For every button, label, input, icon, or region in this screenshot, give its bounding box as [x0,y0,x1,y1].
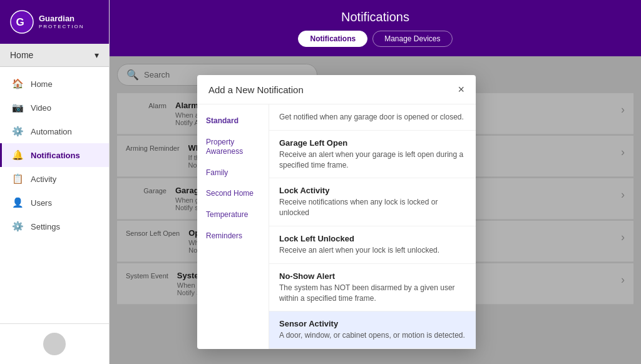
main-area: Notifications Notifications Manage Devic… [110,0,641,364]
page-title: Notifications [125,10,626,24]
avatar[interactable] [43,333,66,355]
modal-title: Add a New Notification [208,84,304,95]
svg-text:G: G [16,16,24,28]
automation-icon: ⚙️ [12,126,23,137]
modal-items-list: Get notified when any garage door is ope… [269,104,476,349]
modal-nav-property-awareness[interactable]: Property Awareness [197,132,269,163]
modal-nav-family[interactable]: Family [197,163,269,184]
activity-icon: 📋 [12,173,23,185]
sidebar-item-notifications[interactable]: 🔔 Notifications [0,143,109,167]
notifications-icon: 🔔 [12,149,23,161]
modal-item-title: Lock Left Unlocked [279,234,466,243]
modal-item-desc: Receive notifications when any lock is l… [279,197,466,218]
modal-nav-reminders[interactable]: Reminders [197,226,269,247]
modal-nav-temperature[interactable]: Temperature [197,205,269,226]
close-button[interactable]: × [458,84,464,95]
modal-body: Standard Property Awareness Family Secon… [197,104,476,349]
chevron-down-icon: ▾ [95,50,99,60]
main-content: 🔍 Alarm Alarm Events When audible or sil… [110,56,641,364]
users-icon: 👤 [12,197,23,208]
main-header: Notifications Notifications Manage Devic… [110,0,641,56]
sidebar-item-label: Video [31,103,51,113]
modal-item-desc: Receive an alert when your garage is lef… [279,149,466,171]
home-dropdown[interactable]: Home ▾ [0,44,109,67]
modal-item-title: Lock Activity [279,186,466,195]
sidebar-item-home[interactable]: 🏠 Home [0,72,109,96]
sidebar-item-activity[interactable]: 📋 Activity [0,167,109,191]
sidebar-item-users[interactable]: 👤 Users [0,191,109,215]
sidebar-item-label: Users [31,198,52,208]
sidebar-item-settings[interactable]: ⚙️ Settings [0,215,109,238]
modal-item-lock-left-unlocked[interactable]: Lock Left Unlocked Receive an alert when… [269,226,476,264]
add-notification-modal: Add a New Notification × Standard Proper… [197,75,476,349]
sidebar-item-label: Activity [31,174,56,184]
modal-header: Add a New Notification × [197,75,476,104]
modal-item-desc: A door, window, or cabinet opens, or mot… [279,330,466,341]
logo-sub: PROTECTION [39,24,84,30]
modal-item-title: Garage Left Open [279,138,466,148]
modal-intro-text: Get notified when any garage door is ope… [269,104,476,131]
modal-nav-second-home[interactable]: Second Home [197,183,269,205]
home-icon: 🏠 [12,78,23,89]
modal-item-garage-left-open[interactable]: Garage Left Open Receive an alert when y… [269,131,476,179]
modal-nav: Standard Property Awareness Family Secon… [197,104,269,349]
modal-item-desc: Receive an alert when your lock is left … [279,245,466,256]
modal-item-lock-activity[interactable]: Lock Activity Receive notifications when… [269,178,476,226]
modal-item-no-show-alert[interactable]: No-Show Alert The system has NOT been di… [269,264,476,312]
sidebar-item-label: Settings [31,222,60,231]
sidebar-item-automation[interactable]: ⚙️ Automation [0,119,109,143]
modal-item-title: Sensor Activity [279,319,466,328]
sidebar-logo: G Guardian PROTECTION [0,0,109,44]
logo-name: Guardian [39,14,84,24]
video-icon: 📷 [12,102,23,113]
sidebar-item-video[interactable]: 📷 Video [0,96,109,119]
header-tabs: Notifications Manage Devices [125,31,626,47]
tab-manage-devices[interactable]: Manage Devices [372,31,452,47]
modal-item-title: No-Show Alert [279,271,466,281]
tab-notifications[interactable]: Notifications [298,31,367,47]
guardian-logo-icon: G [10,10,34,34]
sidebar-item-label: Home [31,79,53,89]
settings-icon: ⚙️ [12,221,23,232]
modal-item-sensor-activity[interactable]: Sensor Activity A door, window, or cabin… [269,311,476,349]
sidebar-item-label: Automation [31,127,72,136]
sidebar-item-label: Notifications [31,151,80,160]
sidebar-nav: 🏠 Home 📷 Video ⚙️ Automation 🔔 Notificat… [0,67,109,323]
modal-nav-standard[interactable]: Standard [197,111,269,132]
sidebar-bottom [0,323,109,364]
modal-item-desc: The system has NOT been disarmed by a gi… [279,283,466,304]
sidebar: G Guardian PROTECTION Home ▾ 🏠 Home 📷 Vi… [0,0,110,364]
home-label: Home [10,50,33,60]
